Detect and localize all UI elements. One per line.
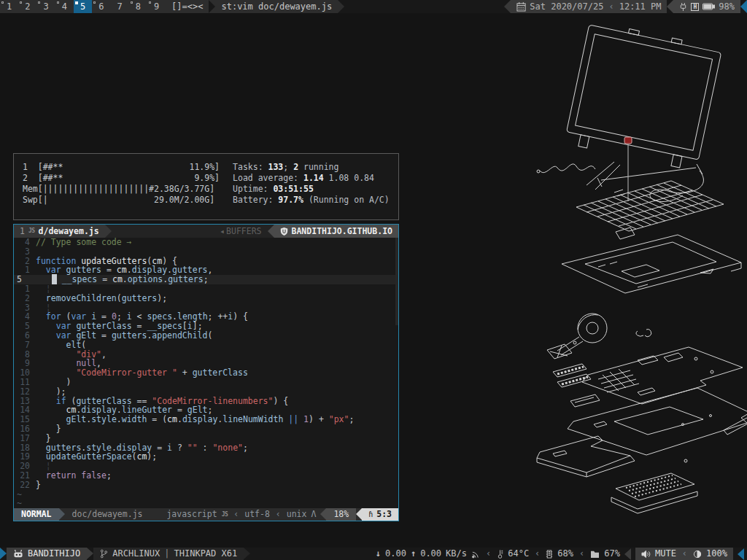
bottombar-right: ↓ 0.00 ↑ 0.00 KB/s ‹ 64°C ‹: [373, 548, 747, 560]
trackpoint-red-cap: [624, 137, 632, 201]
topbar-spacer: [344, 0, 504, 13]
tag-indicator: [75, 1, 78, 4]
lcd-screen: [564, 20, 722, 171]
site-badge: BANDITHIJO.GITHUB.IO: [274, 225, 398, 238]
powerline-arrow: [244, 548, 250, 559]
code-line: 16 }: [14, 424, 398, 434]
speaker-icon: [641, 550, 651, 559]
tag-4[interactable]: 4: [55, 0, 74, 13]
code-line-current: 5 __specs = cm.options.gutters;: [14, 275, 398, 284]
buffer-tab[interactable]: 1 JS d/dewayem.js: [14, 225, 105, 238]
separator: ‹: [232, 508, 240, 521]
battery-percent: 98%: [719, 0, 735, 13]
powerline-arrow: [338, 0, 344, 13]
filetype-js-icon: JS: [222, 508, 228, 521]
plug-icon: [679, 2, 687, 12]
powerline-arrow: [59, 508, 65, 520]
datetime-widget: Sat 2020/07/25 ‹ 12:11 PM: [511, 0, 667, 13]
powerline-arrow: [268, 225, 274, 238]
git-branch-icon: [100, 549, 108, 559]
temp-text: 64°C: [508, 548, 529, 560]
arch-logo-icon: Λ: [311, 508, 316, 521]
keyboard: [576, 181, 724, 239]
line-number: 6: [14, 331, 36, 341]
line-number: 20: [14, 462, 36, 471]
tag-7[interactable]: 7: [110, 0, 128, 13]
hibernate-icon: H: [691, 3, 699, 11]
line-number: 12: [14, 387, 36, 397]
palmrest: [562, 235, 741, 293]
top-status-bar: 123456789 []=<>< st:vim doc/dewayem.js S…: [0, 0, 747, 13]
thinkpad-exploded-wallpaper: [528, 16, 747, 526]
line-number: 22: [14, 481, 36, 490]
bottombar-left: BANDITHIJO ARCHLINUX | THINKPAD X61: [7, 548, 250, 560]
battery-tray: [611, 473, 697, 513]
host-text: THINKPAD X61: [174, 548, 238, 560]
tag-2[interactable]: 2: [18, 0, 36, 13]
tag-9[interactable]: 9: [147, 0, 166, 13]
code-line: 11 ): [14, 378, 398, 387]
vim-editor-window[interactable]: 1 JS d/dewayem.js ◂BUFFERS BANDITHIJO.GI…: [13, 224, 399, 521]
shield-icon: [280, 227, 288, 236]
tag-indicator: [38, 1, 40, 4]
tag-indicator: [149, 1, 151, 4]
desktop: 123456789 []=<>< st:vim doc/dewayem.js S…: [0, 0, 747, 560]
tag-8[interactable]: 8: [129, 0, 147, 13]
site-label: BANDITHIJO.GITHUB.IO: [292, 225, 392, 238]
cpu-chip-icon: [546, 550, 553, 559]
statusline-filename: doc/dewayem.js: [65, 508, 150, 521]
net-down-text: 0.00: [385, 548, 406, 560]
divider: |: [164, 548, 169, 560]
username-text: BANDITHIJO: [28, 548, 80, 560]
tag-1[interactable]: 1: [0, 0, 18, 13]
line-number: 7: [14, 341, 36, 350]
cpu-percent-text: 68%: [557, 548, 573, 560]
tag-6[interactable]: 6: [92, 0, 110, 13]
cursor-position: ɦ 5:3: [362, 508, 398, 521]
separator: ‹: [533, 548, 541, 560]
powerline-arrow: [667, 0, 673, 13]
brightness-text: 100%: [706, 548, 727, 560]
code-line: 15 gElt.style.width = (cm.display.lineNu…: [14, 415, 398, 424]
htop-meter-line: 2 [##** 9.9%]: [23, 173, 220, 184]
motherboard: [573, 341, 743, 404]
line-number: 1: [14, 284, 36, 294]
code-line: 4// Type some code →: [14, 238, 398, 247]
system-widget: ARCHLINUX | THINKPAD X61: [93, 548, 244, 560]
tag-5[interactable]: 5: [74, 0, 92, 13]
fileformat-text: unix: [287, 508, 307, 521]
code-line: 21 return false;: [14, 471, 398, 481]
left-triangle-icon: ◂: [220, 225, 225, 238]
bottombar-spacer: [250, 548, 373, 560]
separator: ‹: [681, 548, 689, 560]
bottom-status-bar: BANDITHIJO ARCHLINUX | THINKPAD X61 ↓ 0.…: [0, 548, 747, 560]
code-area[interactable]: 4// Type some code → 3 2function updateG…: [14, 238, 398, 508]
ram-modules: [553, 364, 591, 387]
net-up-text: 0.00: [420, 548, 441, 560]
htop-meter-line: 1 [##** 11.9%]: [23, 162, 220, 173]
line-number: 11: [14, 378, 36, 387]
workspace-tags: 123456789: [0, 0, 166, 13]
topbar-left: 123456789 []=<>< st:vim doc/dewayem.js: [0, 0, 338, 13]
focused-window-title: st:vim doc/dewayem.js: [215, 0, 338, 13]
net-unit-text: KB/s: [446, 548, 467, 560]
user-widget: BANDITHIJO: [7, 548, 87, 560]
volume-text: MUTE: [655, 548, 676, 560]
tag-3[interactable]: 3: [36, 0, 55, 13]
htop-summary-line: Battery: 97.7% (Running on A/C): [233, 195, 390, 206]
system-monitor-window[interactable]: 1 [##** 11.9%]2 [##** 9.9%]Mem[|||||||||…: [13, 153, 399, 220]
powerline-arrow: [105, 225, 112, 238]
code-line: 22}: [14, 481, 398, 490]
layout-symbol[interactable]: []=<><: [166, 0, 209, 13]
drive-assembly: [537, 436, 635, 477]
time-text: 12:11 PM: [619, 0, 662, 13]
htop-summary-line: Tasks: 133; 2 running: [233, 162, 390, 173]
cooling-fan: [547, 314, 651, 359]
powerline-arrow: [87, 548, 93, 559]
vim-statusline: NORMAL doc/dewayem.js javascript JS ‹ ut…: [14, 508, 398, 521]
tag-indicator: [131, 1, 133, 4]
bottom-case: [568, 388, 747, 462]
thermometer-icon: [497, 549, 503, 559]
date-text: Sat 2020/07/25: [530, 0, 603, 13]
vim-tabline: 1 JS d/dewayem.js ◂BUFFERS BANDITHIJO.GI…: [14, 225, 398, 238]
